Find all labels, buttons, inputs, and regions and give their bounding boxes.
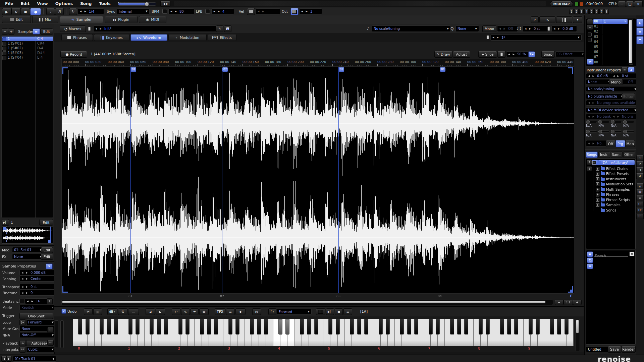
tab-effects[interactable]: FXEffects (208, 34, 236, 41)
rename-instrument-button[interactable]: ✎ (216, 25, 223, 32)
sample-edit-button[interactable]: Edit (39, 219, 53, 226)
wave-zoom-in-button[interactable]: + (573, 300, 582, 305)
instrument-save-button[interactable] (636, 36, 644, 44)
instrument-volume-stepper[interactable]: 0.0 dB (551, 25, 577, 32)
instrument-volume-stepper[interactable]: 0.0 dB (586, 73, 613, 79)
end-handle[interactable] (570, 290, 573, 293)
tree-folder[interactable]: +Phrase Scripts (596, 197, 635, 202)
mono-button[interactable]: Mono (482, 25, 496, 32)
loop-release-button[interactable]: [→ (19, 319, 26, 325)
collapse-box-icon[interactable]: − (592, 161, 596, 165)
sample-mute-box[interactable] (2, 56, 6, 60)
scale-tuning-select[interactable]: No scale/tuning (372, 25, 451, 32)
piano-key-black[interactable] (486, 319, 490, 335)
phrase-prg-button[interactable]: Prg (615, 140, 625, 147)
phrase-map-button[interactable]: Map (625, 140, 635, 147)
disk-tab-instr[interactable]: Instr. (598, 152, 610, 158)
instrument-row[interactable]: 02 (593, 29, 628, 34)
piano-key-black[interactable] (285, 319, 289, 335)
scopes-mode-dropdown[interactable]: ▼ (573, 16, 582, 23)
piano-key-black[interactable] (565, 319, 569, 335)
timeline-ruler[interactable]: 00.00.00000.00.02000.00.04000.00.06000.0… (61, 59, 574, 67)
volume-stepper[interactable]: 0.000 dB (19, 270, 56, 276)
instrument-row[interactable]: 05 (593, 45, 628, 50)
piano-key-black[interactable] (386, 319, 390, 335)
slice-button[interactable]: ◆Slice (478, 51, 497, 58)
tab-waveform[interactable]: ▸∿Waveform (130, 34, 167, 41)
tab-phrases[interactable]: Phrases (61, 34, 93, 41)
tab-midi[interactable]: ◉MIDI (139, 16, 166, 23)
menu-file[interactable]: File (1, 1, 17, 6)
waveform-scrollbar[interactable] (61, 300, 553, 305)
piano-key-black[interactable] (278, 319, 282, 335)
slice-line[interactable] (222, 67, 222, 293)
phrase-off-button[interactable]: Off (606, 140, 615, 147)
record-button[interactable]: ● (30, 8, 41, 15)
piano-key-black[interactable] (157, 319, 161, 335)
piano-key-black[interactable] (379, 319, 383, 335)
instrument-row[interactable]: 001∿ (593, 19, 628, 24)
interpolation-aa-button[interactable]: AA (19, 347, 26, 353)
piano-key-black[interactable] (207, 319, 211, 335)
piano-key-black[interactable] (128, 319, 132, 335)
piano-key-black[interactable] (314, 319, 318, 335)
piano-key-black[interactable] (100, 319, 104, 335)
drive-button-D[interactable]: D: (636, 207, 644, 213)
slice-options-button[interactable] (497, 51, 505, 58)
instrument-properties-menu-button[interactable]: ≡ (621, 67, 628, 72)
midi-map-button[interactable]: MIDI MAP (550, 1, 573, 7)
loop-pattern-button[interactable]: ↻ (11, 8, 21, 15)
sample-mute-box[interactable] (2, 42, 6, 46)
menu-edit[interactable]: Edit (17, 1, 34, 6)
midi-device-select[interactable]: No MIDI device selected (586, 107, 638, 113)
tree-parent-button[interactable]: ↑ (587, 160, 592, 165)
bpm-stepper[interactable]: 80 (168, 8, 195, 14)
instrument-add-button[interactable]: + (587, 24, 593, 30)
selection-bracket-bottom-left[interactable] (62, 286, 68, 293)
track-prev-button[interactable]: ◀ (1, 356, 7, 362)
quantize-select[interactable]: None (455, 25, 479, 32)
phase-invert-button[interactable]: ± (191, 308, 199, 315)
tree-descend-button[interactable]: ↓ (587, 166, 592, 171)
piano-key-black[interactable] (78, 319, 82, 335)
piano-key-black[interactable] (300, 319, 304, 335)
expand-box-icon[interactable]: + (596, 182, 599, 186)
play-selection-button[interactable]: ▶▏ (326, 308, 334, 315)
nna-select[interactable]: Note-Off (19, 332, 56, 338)
spectrum-button[interactable] (556, 16, 572, 23)
silence-button[interactable]: ⊠ (252, 308, 261, 315)
piano-key-black[interactable] (107, 319, 111, 335)
menu-tools[interactable]: Tools (95, 1, 114, 6)
expand-box-icon[interactable]: + (596, 188, 599, 191)
piano-key-black[interactable] (214, 319, 218, 335)
piano-key-black[interactable] (529, 319, 533, 335)
midi-bank-stepper[interactable]: No bank (586, 114, 613, 119)
macro-slider-knob[interactable] (611, 130, 614, 133)
slice-line[interactable] (130, 67, 131, 293)
octave-stepper[interactable]: 3 (299, 8, 322, 14)
piano-key-black[interactable] (86, 319, 90, 335)
instrument-row[interactable]: 01 (593, 24, 628, 29)
piano-key-black[interactable] (150, 319, 154, 335)
tab-keyzones[interactable]: Keyzones (94, 34, 129, 41)
beatsync-mode-select[interactable]: Repitch (19, 305, 56, 310)
expand-box-icon[interactable]: + (596, 172, 599, 176)
loop-mode-dropdown[interactable]: Forward (277, 309, 312, 315)
view-preset-5[interactable]: 5 (589, 9, 594, 14)
slice-sensitivity-stepper[interactable]: 50 % (506, 51, 531, 57)
instrument-name-field[interactable]: Init* (93, 25, 218, 32)
piano-key-black[interactable] (450, 319, 454, 335)
tree-folder[interactable]: +Effect Presets (596, 172, 635, 176)
detach-scopes-button[interactable]: ↗ (531, 16, 539, 23)
compact-gui-button[interactable]: ▪◀ (160, 1, 170, 7)
piano-keyboard[interactable] (73, 319, 574, 346)
view-preset-1[interactable]: 1 (569, 9, 574, 14)
minimize-button[interactable]: — (618, 1, 626, 7)
smooth-button[interactable]: ∿ (181, 308, 190, 315)
record-sample-button[interactable]: ●Record (60, 51, 87, 58)
beatsync-stepper[interactable]: 16 (25, 298, 49, 304)
waveform-display[interactable]: 01020304 (61, 66, 574, 294)
stop-play-button[interactable]: ■ (335, 308, 343, 315)
play-button[interactable]: ▶ (2, 8, 11, 15)
loop-mode-icon-button[interactable]: [→ (268, 308, 276, 315)
